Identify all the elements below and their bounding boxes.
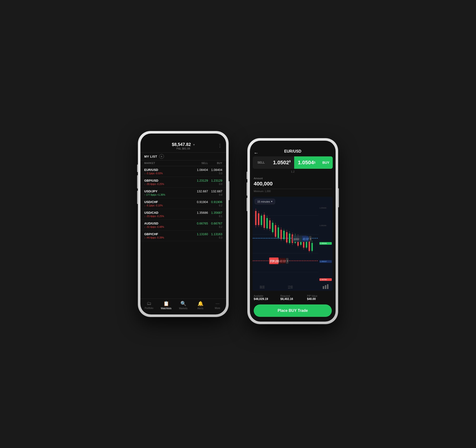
list-item[interactable]: AUD/USD 0.66765 0.66767 ↓ -32.4pips -0.4… xyxy=(140,220,226,230)
trade-price-bar: SELL 1.05029 1.05045 BUY xyxy=(253,156,333,169)
buy-price: 1.13163 xyxy=(208,232,222,236)
buy-price-display[interactable]: 1.05045 xyxy=(294,156,319,169)
buy-price: 132.687 xyxy=(208,189,222,193)
buy-price-value: 1.0504 xyxy=(298,159,314,166)
buy-button[interactable]: BUY xyxy=(319,156,333,169)
price-change: ↓ -3.1pips -0.03% xyxy=(144,172,191,175)
spread-value: 0.2 xyxy=(191,226,222,228)
amount-section: Amount 400,000 Minimum: 1,000 xyxy=(250,175,336,195)
price-label-1: 1.05400 xyxy=(319,207,332,209)
sell-col-header: SELL xyxy=(191,162,208,164)
sell-label[interactable]: SELL xyxy=(253,161,269,164)
price-change: ↓ -9.1pips -0.10% xyxy=(144,204,191,207)
price-change: ↓ -30.4pips -0.25% xyxy=(144,183,191,185)
sell-price: 0.66765 xyxy=(191,222,208,225)
trade-screen: ← EUR/USD SELL 1.05029 1.05045 BUY 1.2 A… xyxy=(250,141,336,322)
buy-price: 0.66767 xyxy=(208,222,222,225)
timeframe-selector[interactable]: 15 minutes ▾ xyxy=(255,199,275,204)
market-name: USD/JPY xyxy=(144,189,191,193)
svg-text:400 000: 400 000 xyxy=(303,237,309,241)
market-name: GBP/CHF xyxy=(144,232,191,236)
buy-price-sup: 5 xyxy=(314,161,316,164)
list-item[interactable]: GBP/CHF 1.13160 1.13163 ↓ -44.4pips -0.3… xyxy=(140,230,226,241)
nav-portfolio[interactable]: 🗂 Portfolio xyxy=(140,301,158,310)
sell-price: 1.35686 xyxy=(191,211,208,215)
required-value: $8,402.16 xyxy=(280,297,305,301)
nav-alerts[interactable]: 🔔 Alerts xyxy=(192,301,209,310)
sell-price: 1.13160 xyxy=(191,232,208,236)
svg-text:✕: ✕ xyxy=(287,259,288,263)
column-headers: MARKET SELL BUY xyxy=(140,160,226,166)
spread-value: 0.2 xyxy=(191,204,222,207)
spread-value: 0.0 xyxy=(191,172,222,175)
alerts-label: Alerts xyxy=(197,307,204,310)
list-item[interactable]: USD/CAD 1.35686 1.35687 ↓ -33.4pips -0.2… xyxy=(140,209,226,220)
balance-section: $8,547.82 ▾ P&L $81.08 xyxy=(172,142,195,150)
market-name: EUR/USD xyxy=(144,168,191,172)
pip-value: $40.00 xyxy=(307,297,332,301)
back-button[interactable]: ← xyxy=(254,150,258,156)
nav-more[interactable]: ··· More xyxy=(209,301,226,310)
timeframe-label: 15 minutes xyxy=(257,200,270,203)
bar-chart-icon xyxy=(323,284,329,289)
amount-value[interactable]: 400,000 xyxy=(254,181,332,189)
place-buy-trade-button[interactable]: Place BUY Trade xyxy=(254,305,332,317)
available-label: Available xyxy=(254,295,278,297)
market-name: GBP/USD xyxy=(144,179,191,182)
nav-watchlists[interactable]: 📋 Watchlists xyxy=(158,301,175,310)
chart-type-button[interactable] xyxy=(318,284,333,289)
alerts-icon: 🔔 xyxy=(198,301,204,306)
svg-text:✕: ✕ xyxy=(310,237,311,241)
pip-value-info: PIP Value $40.00 xyxy=(307,295,332,301)
list-item[interactable]: EUR/USD 1.08404 1.08404 ↓ -3.1pips -0.03… xyxy=(140,166,226,177)
buy-price: 1.08404 xyxy=(208,168,222,172)
price-label-bid: 1.05037 xyxy=(319,260,332,263)
market-col-header: MARKET xyxy=(144,162,191,164)
candlestick-chart: position 400 000 ✕ STOP LOSS 400 000 ✕ 0… xyxy=(253,197,318,291)
price-chart: 15 minutes ▾ xyxy=(253,197,333,291)
chevron-down-icon[interactable]: ▾ xyxy=(193,143,195,146)
svg-text:400 000: 400 000 xyxy=(280,259,286,263)
price-label-pos: 1.05044 xyxy=(319,242,332,245)
price-label-sl: 1.04750 xyxy=(319,278,332,281)
available-info: Available $48,029.19 xyxy=(254,295,278,301)
spread-value: 0.1 xyxy=(191,215,222,218)
watchlists-icon: 📋 xyxy=(163,301,169,306)
price-change: ↓ -32.4pips -0.48% xyxy=(144,226,191,228)
sell-price-sup: 9 xyxy=(289,160,291,163)
svg-text:STOP LOSS: STOP LOSS xyxy=(270,259,279,263)
price-change: ↓ -33.4pips -0.25% xyxy=(144,215,191,218)
svg-rect-63 xyxy=(325,285,326,289)
minimum-amount: Minimum: 1,000 xyxy=(254,190,332,193)
bottom-navigation: 🗂 Portfolio 📋 Watchlists 🔍 Markets 🔔 Ale… xyxy=(140,299,226,314)
sell-price: 0.91904 xyxy=(191,200,208,204)
spread-value: 0.3 xyxy=(191,236,222,239)
required-label: Required xyxy=(280,295,305,297)
timeframe-chevron-icon: ▾ xyxy=(271,200,272,203)
more-options-icon[interactable]: ⋮ xyxy=(218,143,222,148)
available-value: $48,029.19 xyxy=(254,297,278,301)
watchlist-screen: $8,547.82 ▾ P&L $81.08 ⋮ MY LIST + MARKE… xyxy=(140,134,226,314)
list-item[interactable]: GBP/USD 1.23129 1.23129 ↓ -30.4pips -0.2… xyxy=(140,177,226,187)
my-list-bar: MY LIST + xyxy=(140,152,226,160)
markets-icon: 🔍 xyxy=(180,301,186,306)
list-item[interactable]: USD/JPY 132.687 132.687 ↑ 177.6pips +1.3… xyxy=(140,187,226,198)
nav-markets[interactable]: 🔍 Markets xyxy=(175,301,192,310)
pl-value: P&L $81.08 xyxy=(172,147,195,150)
instrument-title: EUR/USD xyxy=(284,149,301,153)
list-item[interactable]: USD/CHF 0.91904 0.91906 ↓ -9.1pips -0.10… xyxy=(140,198,226,209)
market-list: EUR/USD 1.08404 1.08404 ↓ -3.1pips -0.03… xyxy=(140,166,226,299)
sell-price-display: 1.05029 xyxy=(269,159,294,166)
add-watchlist-button[interactable]: + xyxy=(159,154,164,159)
svg-text:06:00: 06:00 xyxy=(260,285,265,289)
more-label: More xyxy=(215,307,220,309)
svg-rect-62 xyxy=(323,286,324,289)
required-info: Required $8,402.16 xyxy=(280,295,305,301)
portfolio-label: Portfolio xyxy=(145,307,153,309)
phone-2: ← EUR/USD SELL 1.05029 1.05045 BUY 1.2 A… xyxy=(248,138,338,324)
buy-col-header: BUY xyxy=(208,162,222,164)
sell-price-value: 1.0502 xyxy=(273,159,289,165)
my-list-label: MY LIST xyxy=(144,155,157,158)
spread-display: 1.2 xyxy=(250,170,336,173)
svg-text:12:00: 12:00 xyxy=(288,285,293,289)
